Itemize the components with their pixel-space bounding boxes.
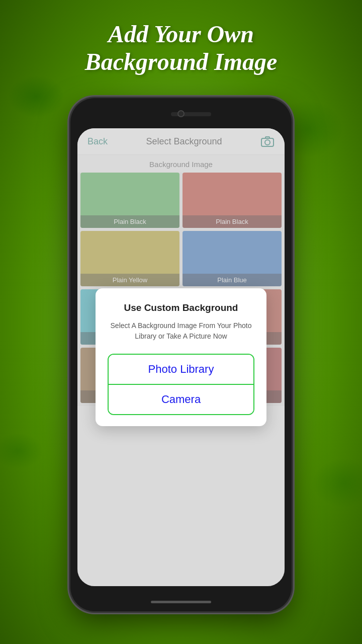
home-indicator [151,601,211,603]
modal-title: Use Custom Background [124,302,238,313]
phone-screen: Back Select Background Background Image … [77,128,285,586]
modal-description: Select A Background Image From Your Phot… [108,320,254,342]
modal-buttons: Photo Library Camera [108,354,254,415]
modal-box: Use Custom Background Select A Backgroun… [96,288,266,426]
page-title: Add Your Own Background Image [85,20,278,75]
modal-overlay: Use Custom Background Select A Backgroun… [77,128,285,586]
camera-button[interactable]: Camera [109,385,253,414]
photo-library-button[interactable]: Photo Library [109,355,253,385]
speaker [171,112,211,116]
screen-content: Back Select Background Background Image … [77,128,285,586]
phone-frame: Back Select Background Background Image … [70,98,292,611]
camera-dot [177,110,185,117]
